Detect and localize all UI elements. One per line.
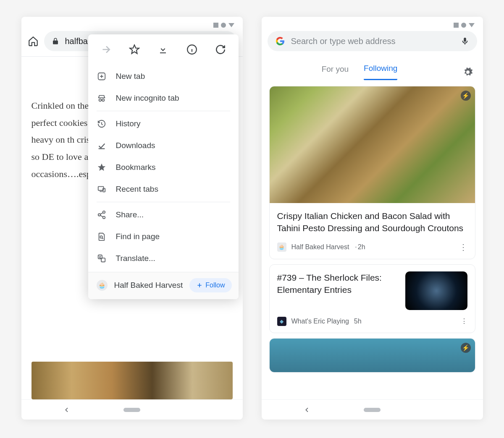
system-nav-bar: [262, 399, 483, 420]
menu-follow-row: 🧁 Half Baked Harvest Follow: [88, 272, 239, 299]
search-bar[interactable]: Search or type web address: [268, 31, 477, 51]
menu-item-label: Bookmarks: [116, 163, 156, 172]
status-icons: [213, 23, 234, 28]
card-source: What's Eric Playing: [291, 318, 349, 325]
search-bar-row: Search or type web address: [262, 17, 483, 56]
source-favicon-icon: 🧁: [277, 242, 286, 252]
gear-icon[interactable]: [463, 67, 473, 77]
search-placeholder: Search or type web address: [291, 36, 454, 46]
download-check-icon: [97, 141, 107, 151]
source-favicon-icon: ◆: [277, 317, 286, 326]
menu-item-label: New incognito tab: [116, 94, 179, 103]
menu-item-bookmarks[interactable]: Bookmarks: [88, 156, 239, 178]
feed-list: ⚡ Crispy Italian Chicken and Bacon Salad…: [262, 80, 483, 399]
article-image: [32, 362, 233, 399]
menu-item-new-tab[interactable]: New tab: [88, 65, 239, 87]
google-logo-icon: [275, 36, 285, 46]
card-image: ⚡: [270, 339, 475, 372]
download-icon[interactable]: [155, 42, 171, 57]
svg-point-8: [102, 216, 105, 219]
back-icon[interactable]: [63, 407, 70, 413]
menu-item-translate[interactable]: Translate...: [88, 248, 239, 269]
amp-badge-icon: ⚡: [461, 343, 471, 353]
follow-button[interactable]: Follow: [189, 278, 231, 292]
follow-label: Follow: [205, 282, 225, 289]
card-title: Crispy Italian Chicken and Bacon Salad w…: [277, 210, 467, 235]
menu-item-label: Downloads: [116, 141, 155, 150]
menu-item-label: Share...: [116, 210, 144, 219]
feed-card[interactable]: ⚡ Crispy Italian Chicken and Bacon Salad…: [269, 86, 475, 259]
share-icon: [97, 210, 107, 220]
menu-item-label: History: [116, 119, 141, 128]
mic-icon[interactable]: [460, 36, 470, 46]
star-filled-icon: [97, 162, 107, 172]
feed-card[interactable]: ⚡: [269, 338, 475, 373]
menu-item-label: New tab: [116, 72, 145, 81]
svg-point-6: [102, 211, 105, 214]
history-icon: [97, 119, 107, 129]
translate-icon: [97, 253, 107, 263]
card-thumbnail: [405, 271, 467, 310]
menu-item-incognito[interactable]: New incognito tab: [88, 87, 239, 109]
find-in-page-icon: [97, 232, 107, 242]
plus-square-icon: [97, 71, 107, 81]
tab-for-you[interactable]: For you: [322, 65, 349, 80]
amp-badge-icon: ⚡: [461, 91, 471, 101]
refresh-icon[interactable]: [213, 42, 228, 57]
svg-point-2: [99, 99, 101, 102]
phone-right: Search or type web address For you Follo…: [262, 17, 483, 420]
feed-tabs: For you Following: [262, 56, 483, 80]
menu-item-downloads[interactable]: Downloads: [88, 135, 239, 156]
phone-left: halfba H A L F H A R Crinkled on the mid…: [21, 17, 243, 420]
incognito-icon: [97, 93, 107, 103]
back-icon[interactable]: [304, 407, 310, 413]
overflow-menu: New tab New incognito tab History Downlo…: [88, 34, 239, 299]
plus-icon: [196, 282, 203, 289]
site-name-label: Half Baked Harvest: [114, 281, 183, 290]
card-overflow-icon[interactable]: ⋮: [459, 242, 467, 252]
menu-item-history[interactable]: History: [88, 113, 239, 135]
menu-item-recent-tabs[interactable]: Recent tabs: [88, 178, 239, 200]
menu-item-label: Translate...: [116, 254, 155, 263]
svg-point-3: [102, 99, 104, 102]
menu-item-find[interactable]: Find in page: [88, 226, 239, 248]
card-meta: 🧁 Half Baked Harvest 2h ⋮: [277, 242, 467, 252]
feed-card[interactable]: #739 – The Sherlock Files: Elementary En…: [269, 264, 475, 333]
card-overflow-icon[interactable]: ⋮: [461, 317, 467, 325]
menu-item-share[interactable]: Share...: [88, 204, 239, 226]
menu-items: New tab New incognito tab History Downlo…: [88, 63, 239, 272]
svg-point-7: [98, 214, 100, 216]
card-source: Half Baked Harvest: [291, 243, 349, 251]
menu-item-label: Recent tabs: [116, 185, 158, 194]
card-image: ⚡: [270, 86, 475, 203]
home-pill[interactable]: [364, 408, 381, 412]
menu-icon-row: [88, 34, 239, 63]
devices-icon: [97, 184, 107, 194]
status-icons: [454, 23, 475, 28]
info-icon[interactable]: [184, 42, 200, 57]
home-icon[interactable]: [27, 35, 39, 47]
menu-item-label: Find in page: [116, 232, 160, 241]
card-meta: ◆ What's Eric Playing 5h ⋮: [270, 317, 475, 333]
home-pill[interactable]: [123, 408, 140, 412]
forward-icon[interactable]: [98, 42, 113, 57]
card-age: 2h: [354, 243, 365, 251]
tab-following[interactable]: Following: [364, 64, 397, 80]
star-icon[interactable]: [127, 42, 142, 57]
site-favicon-icon: 🧁: [97, 280, 108, 291]
system-nav-bar: [21, 399, 243, 420]
card-age: 5h: [354, 318, 362, 325]
card-title: #739 – The Sherlock Files: Elementary En…: [277, 271, 398, 296]
lock-icon: [52, 37, 59, 45]
